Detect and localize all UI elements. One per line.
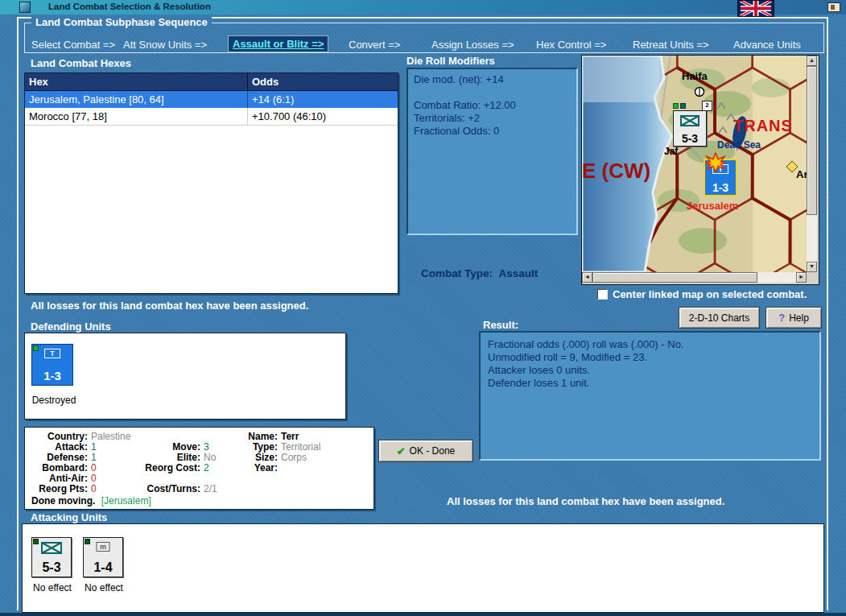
uk-flag-icon: [737, 0, 774, 17]
phase-att-snow-units[interactable]: Att Snow Units =>: [123, 39, 207, 51]
cell-odds[interactable]: +14 (6:1): [248, 91, 398, 108]
ok-done-button[interactable]: ✔ OK - Done: [378, 440, 473, 462]
unit-strength: 5-3: [32, 560, 71, 575]
unit-status: No effect: [78, 582, 130, 593]
combat-ratio: Combat Ratio: +12.00: [414, 99, 571, 112]
detail-defense: Defense:1: [30, 452, 97, 463]
result-panel: Fractional odds (.000) roll was (.000) -…: [479, 331, 821, 461]
cell-odds[interactable]: +10.700 (46:10): [248, 108, 398, 125]
territorial-symbol-icon: T: [44, 349, 60, 358]
charts-button[interactable]: 2-D-10 Charts: [679, 307, 760, 329]
defending-units-title: Defending Units: [31, 320, 111, 333]
phase-retreat-units[interactable]: Retreat Units =>: [633, 39, 709, 51]
phase-assign-losses[interactable]: Assign Losses =>: [431, 39, 514, 51]
unit-strength: 1-4: [84, 560, 122, 575]
result-line-1: Fractional odds (.000) roll was (.000) -…: [488, 338, 812, 351]
detail-cost-turns: Cost/Turns:2/1: [133, 483, 217, 494]
map-label-dead-sea: Dead Sea: [717, 139, 761, 151]
phase-convert[interactable]: Convert =>: [349, 39, 400, 51]
detail-done-moving: Done moving. [Jerusalem]: [31, 495, 151, 506]
result-line-3: Attacker loses 0 units.: [488, 364, 812, 377]
attacking-unit-1-4[interactable]: m 1-4: [83, 537, 123, 577]
map-horizontal-scrollbar[interactable]: ◄ ►: [582, 272, 807, 283]
phase-assault-or-blitz[interactable]: Assault or Blitz =>: [228, 35, 328, 52]
window-title: Land Combat Selection & Resolution: [48, 2, 211, 11]
infantry-symbol-icon: [680, 115, 699, 126]
map-viewport[interactable]: Haifa TRANS Dead Sea E (CW) Jaf Ar 2 5-3…: [582, 56, 807, 272]
detail-size: Size:Corps: [244, 452, 307, 463]
die-roll-modifiers-panel: Die mod. (net): +14 Combat Ratio: +12.00…: [406, 68, 578, 235]
scroll-left-icon[interactable]: ◄: [582, 272, 592, 283]
unit-pip-green: [33, 539, 39, 544]
detail-reorg-cost: Reorg Cost:2: [133, 462, 209, 473]
combat-type-line: Combat Type: Assault: [421, 267, 538, 279]
result-line-4: Defender loses 1 unit.: [488, 377, 812, 390]
exit-icon[interactable]: [827, 2, 840, 12]
infantry-symbol-icon: [41, 542, 62, 554]
detail-reorg-pts: Reorg Pts:0: [30, 483, 97, 494]
map-label-haifa: Haifa: [682, 70, 708, 82]
charts-button-label: 2-D-10 Charts: [689, 312, 749, 324]
stack-pip-teal: [680, 103, 686, 109]
map-vertical-scrollbar[interactable]: ▲ ▼: [807, 56, 817, 272]
uk-flag-svg: [738, 1, 774, 16]
linked-map-panel: Haifa TRANS Dead Sea E (CW) Jaf Ar 2 5-3…: [581, 55, 819, 285]
militia-symbol-icon: m: [97, 542, 110, 552]
attacking-units-panel: 5-3 No effect m 1-4 No effect: [22, 523, 824, 613]
check-icon: ✔: [397, 445, 406, 457]
center-map-checkbox[interactable]: [597, 289, 608, 300]
hexes-table-title: Land Combat Hexes: [31, 57, 131, 69]
result-title: Result:: [483, 319, 518, 331]
window-bottom-border: [0, 613, 846, 616]
detail-country: Country:Palestine: [30, 431, 130, 442]
losses-message-right: All losses for this land combat hex have…: [447, 495, 724, 507]
detail-year: Year:: [244, 462, 278, 473]
unit-strength: 1-3: [32, 369, 72, 382]
cell-hex[interactable]: Jerusalem, Palestine [80, 64]: [25, 91, 248, 108]
map-label-jerusalem: Jerusalem: [687, 200, 738, 212]
stack-pip-green: [673, 103, 679, 109]
territorials: Territorials: +2: [414, 112, 571, 125]
combat-type-label: Combat Type:: [421, 267, 493, 279]
app-icon: [19, 2, 31, 13]
blank-line: [414, 86, 571, 99]
land-combat-hexes-table: Hex Odds Jerusalem, Palestine [80, 64] +…: [24, 72, 398, 294]
unit-detail-panel: Country:Palestine Name:Terr Attack:1 Mov…: [24, 427, 374, 510]
map-label-e-cw: E (CW): [582, 159, 650, 184]
scroll-down-icon[interactable]: ▼: [807, 262, 817, 272]
detail-name: Name:Terr: [244, 431, 299, 442]
detail-move: Move:3: [133, 441, 209, 453]
hexes-table-header: Hex Odds: [25, 73, 398, 91]
attacking-unit-5-3[interactable]: 5-3: [31, 537, 72, 577]
phase-select-combat[interactable]: Select Combat =>: [31, 39, 115, 51]
phase-hex-control[interactable]: Hex Control =>: [536, 39, 606, 51]
horizontal-scroll-thumb[interactable]: [592, 272, 757, 283]
ok-done-label: OK - Done: [410, 445, 456, 457]
map-label-ar: Ar: [796, 168, 807, 180]
help-button[interactable]: ? Help: [766, 307, 822, 329]
table-row-jerusalem[interactable]: Jerusalem, Palestine [80, 64] +14 (6:1): [25, 91, 398, 108]
unit-strength: 5-3: [674, 132, 706, 145]
die-roll-modifiers-title: Die Roll Modifiers: [406, 55, 495, 67]
help-button-label: Help: [789, 312, 809, 324]
fractional-odds: Fractional Odds: 0: [414, 125, 571, 138]
die-mod-net: Die mod. (net): +14: [414, 73, 571, 86]
cell-hex[interactable]: Morocco [77, 18]: [25, 108, 248, 125]
detail-bombard: Bombard:0: [30, 462, 97, 473]
unit-pip-green: [85, 539, 90, 544]
scroll-up-icon[interactable]: ▲: [807, 56, 817, 66]
scroll-right-icon[interactable]: ►: [796, 272, 807, 283]
map-unit-5-3[interactable]: 5-3: [673, 110, 707, 147]
scrollbar-corner: [807, 272, 817, 283]
detail-elite: Elite:No: [133, 452, 216, 463]
table-row-morocco[interactable]: Morocco [77, 18] +10.700 (46:10): [25, 108, 398, 126]
explosion-icon: [705, 152, 726, 173]
titlebar: Land Combat Selection & Resolution: [0, 0, 846, 14]
defending-unit-1-3[interactable]: T 1-3: [31, 344, 73, 386]
map-unit-1-3[interactable]: T 1-3: [704, 159, 737, 196]
phase-advance-units[interactable]: Advance Units: [733, 39, 801, 51]
vertical-scroll-thumb[interactable]: [807, 66, 817, 215]
unit-pip-green: [33, 345, 39, 351]
attacking-units-title: Attacking Units: [31, 511, 107, 523]
defending-units-panel: T 1-3 Destroyed: [24, 333, 346, 420]
